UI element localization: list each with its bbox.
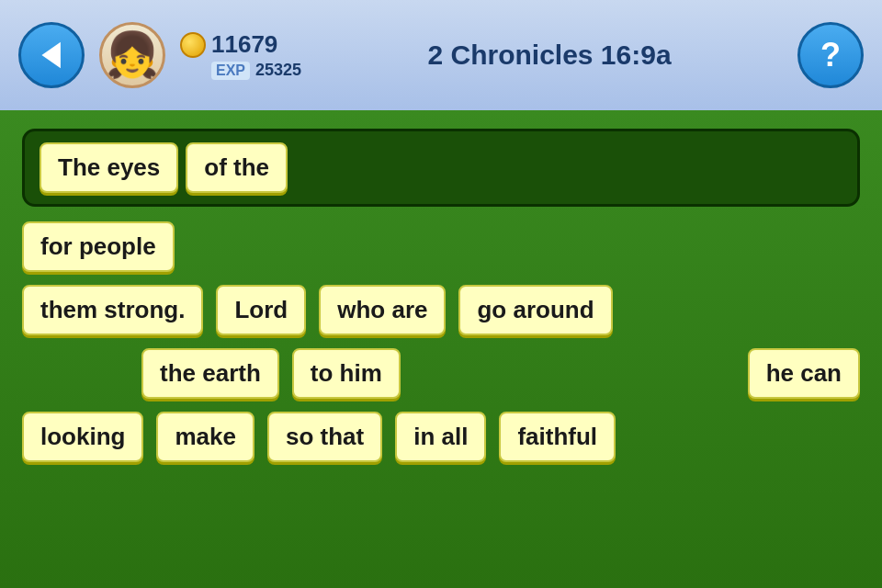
word-tile-for-people[interactable]: for people [22, 221, 175, 272]
word-row-3: the earth to him he can [22, 348, 860, 399]
svg-marker-0 [43, 43, 60, 66]
word-tile-in-all[interactable]: in all [395, 412, 486, 462]
word-row-1: for people [22, 221, 860, 272]
exp-value: 25325 [255, 61, 301, 80]
word-tile-faithful[interactable]: faithful [499, 412, 616, 462]
word-tile-so-that[interactable]: so that [267, 412, 382, 462]
verse-title: 2 Chronicles 16:9a [427, 40, 671, 71]
word-tile-go-around[interactable]: go around [458, 285, 612, 335]
word-tile-who-are[interactable]: who are [319, 285, 446, 335]
word-tile-he-can[interactable]: he can [748, 348, 860, 399]
exp-row: EXP 25325 [211, 61, 301, 80]
word-tile-to-him[interactable]: to him [292, 348, 401, 399]
coins-value: 11679 [211, 30, 277, 59]
back-button[interactable] [18, 22, 85, 88]
stats-panel: 11679 EXP 25325 [180, 30, 301, 80]
word-row-4: looking make so that in all faithful [22, 412, 860, 462]
answer-word-2[interactable]: of the [186, 142, 288, 193]
coins-row: 11679 [180, 30, 301, 59]
answer-word-1[interactable]: The eyes [40, 142, 178, 193]
word-tile-them-strong[interactable]: them strong. [22, 285, 203, 335]
header: 👧 11679 EXP 25325 2 Chronicles 16:9a ? [0, 0, 882, 110]
word-bank: for people them strong. Lord who are go … [22, 221, 860, 462]
word-row-2: them strong. Lord who are go around [22, 285, 860, 335]
word-tile-looking[interactable]: looking [22, 412, 143, 462]
word-tile-the-earth[interactable]: the earth [141, 348, 279, 399]
help-button[interactable]: ? [797, 22, 864, 88]
word-tile-lord[interactable]: Lord [216, 285, 306, 335]
word-tile-make[interactable]: make [156, 412, 254, 462]
help-label: ? [820, 36, 841, 74]
exp-label: EXP [211, 62, 250, 80]
answer-bar[interactable]: The eyes of the [22, 129, 860, 207]
title-area: 2 Chronicles 16:9a [316, 40, 783, 71]
main-area: The eyes of the for people them strong. … [0, 110, 882, 588]
avatar: 👧 [99, 22, 165, 88]
coin-icon [180, 32, 206, 58]
